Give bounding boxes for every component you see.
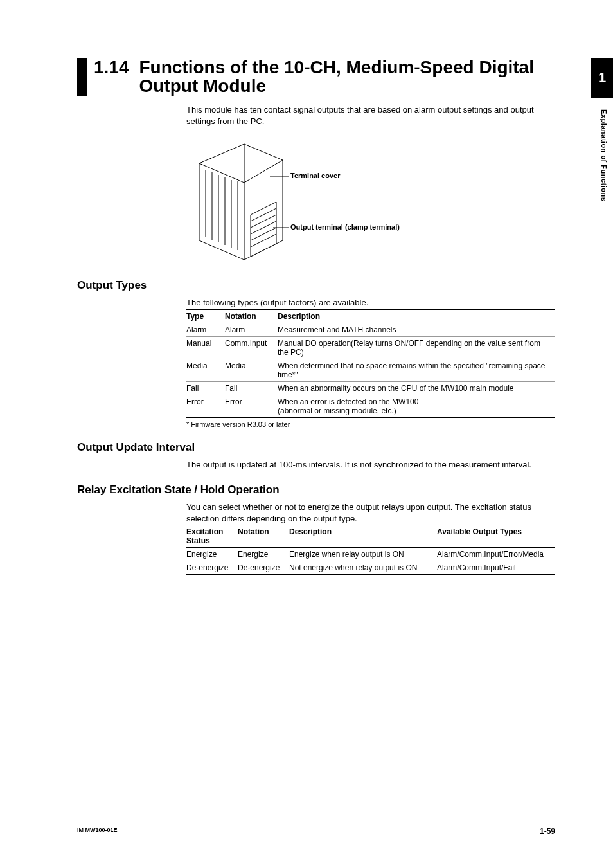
table-row: ManualComm.InputManual DO operation(Rela… [186,336,555,359]
th-description2: Description [289,525,437,548]
module-figure: Terminal cover Output terminal (clamp te… [186,138,353,266]
th-notation: Notation [225,309,278,323]
heading-relay-excitation: Relay Excitation State / Hold Operation [77,484,555,496]
heading-output-update-interval: Output Update Interval [77,441,555,454]
section-number: 1.14 [94,58,129,77]
chapter-tab: 1 [591,58,613,98]
table-row: EnergizeEnergizeEnergize when relay outp… [186,548,555,561]
th-excitation-status: Excitation Status [186,525,238,548]
relay-lead: You can select whether or not to energiz… [186,502,555,525]
th-notation2: Notation [238,525,289,548]
doc-id: IM MW100-01E [77,827,118,836]
update-interval-text: The output is updated at 100-ms interval… [186,459,555,471]
table-row: ErrorErrorWhen an error is detected on t… [186,395,555,417]
footnote: * Firmware version R3.03 or later [186,420,555,428]
table-row: FailFailWhen an abnormality occurs on th… [186,381,555,395]
th-type: Type [186,309,225,323]
section-title: 1.14 Functions of the 10-CH, Medium-Spee… [77,58,555,96]
side-label: Explanation of Functions [595,109,608,201]
heading-output-types: Output Types [77,279,555,292]
table-row: AlarmAlarmMeasurement and MATH channels [186,323,555,336]
figure-label-output-terminal: Output terminal (clamp terminal) [290,223,400,231]
output-types-table: Type Notation Description AlarmAlarmMeas… [186,309,555,418]
relay-table: Excitation Status Notation Description A… [186,525,555,575]
section-heading: Functions of the 10-CH, Medium-Speed Dig… [139,58,556,96]
th-description: Description [278,309,555,323]
title-marker [77,58,87,96]
th-available-types: Available Output Types [437,525,555,548]
intro-text: This module has ten contact signal outpu… [186,104,555,127]
table-row: De-energizeDe-energizeNot energize when … [186,561,555,575]
module-svg [186,138,353,266]
figure-label-terminal-cover: Terminal cover [290,172,340,179]
page-footer: IM MW100-01E 1-59 [77,827,555,836]
output-types-lead: The following types (output factors) are… [186,297,555,309]
table-row: MediaMediaWhen determined that no space … [186,359,555,381]
page-number: 1-59 [540,827,555,836]
